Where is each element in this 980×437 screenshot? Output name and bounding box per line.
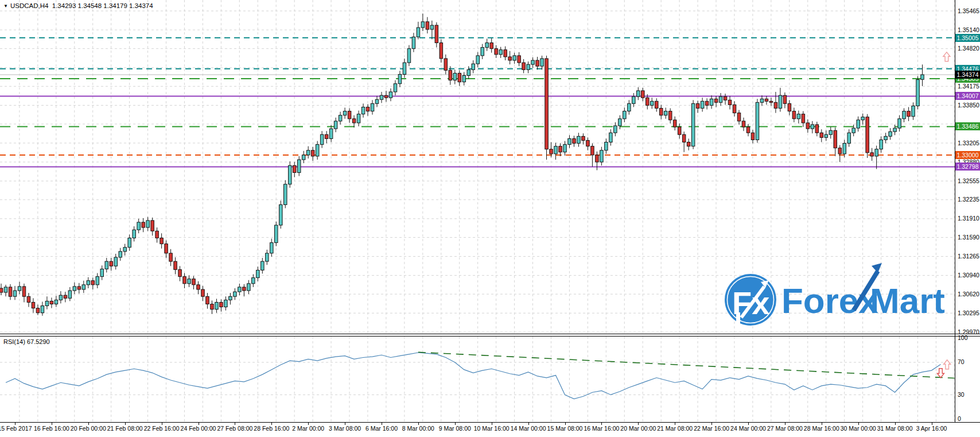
candle-body — [137, 222, 141, 230]
candle-body — [893, 128, 897, 132]
candle-body — [815, 125, 819, 133]
candle-body — [297, 160, 301, 172]
candle-body — [458, 73, 461, 82]
candle-body — [701, 101, 704, 108]
candle-body — [504, 50, 507, 57]
candle-body — [508, 57, 512, 60]
symbol-title: ▼USDCAD,H4 1.34293 1.34548 1.34179 1.343… — [3, 2, 153, 9]
up-signal-arrow-icon[interactable] — [943, 52, 950, 61]
price-chart-canvas[interactable]: FxForexMart — [0, 0, 955, 334]
candle-body — [568, 138, 571, 144]
price-axis-label: 1.31265 — [958, 253, 979, 260]
candle-body — [472, 64, 475, 69]
candle-body — [123, 247, 127, 252]
candle-body — [554, 146, 558, 154]
candle-body — [596, 155, 599, 162]
time-axis[interactable]: 15 Feb 201716 Feb 16:0020 Feb 00:0021 Fe… — [0, 423, 980, 437]
candle-body — [206, 296, 209, 304]
candle-body — [119, 252, 122, 257]
candle-body — [100, 269, 104, 276]
candle-body — [114, 257, 118, 266]
candle-body — [600, 150, 604, 162]
candle-body — [266, 253, 269, 261]
candle-body — [668, 111, 672, 120]
candle-body — [513, 56, 516, 60]
price-axis[interactable]: 1.354651.351401.348201.341751.338501.332… — [955, 0, 980, 334]
price-axis-label: 1.30940 — [958, 272, 979, 279]
candle-body — [550, 149, 553, 154]
candle-body — [398, 74, 402, 83]
candle-body — [573, 138, 576, 143]
candle-body — [870, 153, 874, 156]
candle-body — [710, 99, 713, 105]
candle-body — [806, 123, 810, 129]
candle-body — [449, 70, 452, 80]
candle-body — [687, 142, 690, 146]
candle-body — [462, 76, 466, 82]
rsi-grid — [0, 337, 955, 422]
candle-body — [394, 84, 397, 92]
candle-body — [619, 119, 622, 126]
forexmart-logo: FxForexMart — [725, 263, 945, 328]
rsi-line — [6, 353, 940, 399]
time-axis-label: 22 Mar 16:00 — [694, 425, 729, 432]
rsi-trendline[interactable] — [418, 352, 955, 378]
price-axis-label: 1.34175 — [958, 83, 979, 90]
mt4-chart-window: FxForexMart ▼USDCAD,H4 1.34293 1.34548 1… — [0, 0, 980, 437]
price-axis-label: 1.31590 — [958, 234, 979, 241]
candle-body — [518, 56, 521, 63]
candle-body — [18, 287, 21, 291]
time-axis-label: 20 Mar 00:00 — [620, 425, 656, 432]
candle-body — [361, 107, 365, 114]
candle-body — [91, 281, 95, 285]
candle-body — [279, 204, 283, 225]
pane-separator-bottom[interactable] — [0, 336, 980, 337]
candle-body — [151, 221, 154, 231]
candle-body — [197, 285, 200, 289]
candle-body — [105, 261, 108, 269]
down-signal-arrow-icon[interactable] — [937, 369, 944, 378]
candle-body — [178, 269, 182, 276]
indicator-label: RSI(14) 67.5290 — [3, 338, 50, 345]
candle-body — [847, 133, 851, 143]
candle-body — [682, 134, 686, 142]
candle-body — [485, 43, 489, 48]
candle-body — [756, 102, 759, 140]
candle-body — [343, 111, 347, 115]
candle-body — [77, 287, 81, 289]
candle-body — [733, 105, 736, 113]
candle-body — [87, 281, 90, 285]
candle-body — [916, 80, 920, 106]
candle-body — [641, 91, 645, 98]
candle-body — [82, 285, 85, 289]
candle-body — [811, 125, 814, 129]
candle-body — [234, 292, 237, 296]
time-axis-label: 16 Mar 16:00 — [584, 425, 619, 432]
candle-body — [880, 140, 883, 149]
candle-body — [316, 145, 319, 156]
time-axis-border — [0, 422, 980, 423]
candle-body — [614, 126, 617, 133]
candle-body — [417, 28, 420, 37]
candle-body — [192, 279, 196, 285]
candle-body — [797, 114, 800, 119]
up-signal-arrow-icon[interactable] — [944, 360, 951, 369]
dropdown-icon[interactable]: ▼ — [3, 3, 8, 9]
candle-body — [311, 150, 314, 156]
candle-body — [275, 225, 278, 243]
candle-body — [737, 113, 741, 121]
rsi-axis[interactable]: 10070300 — [955, 337, 980, 422]
candle-body — [907, 111, 911, 117]
pane-separator-top[interactable] — [0, 334, 980, 334]
candle-body — [407, 49, 411, 63]
candle-body — [843, 144, 846, 154]
candles-layer — [0, 14, 924, 316]
time-axis-label: 10 Mar 16:00 — [474, 425, 510, 432]
price-axis-label: 1.32555 — [958, 177, 979, 185]
candle-body — [325, 134, 328, 138]
rsi-chart-canvas[interactable] — [0, 337, 955, 422]
candle-body — [577, 136, 581, 143]
time-axis-label: 3 Mar 08:00 — [329, 425, 361, 432]
candle-body — [412, 37, 415, 48]
time-axis-label: 28 Feb 16:00 — [254, 425, 289, 432]
